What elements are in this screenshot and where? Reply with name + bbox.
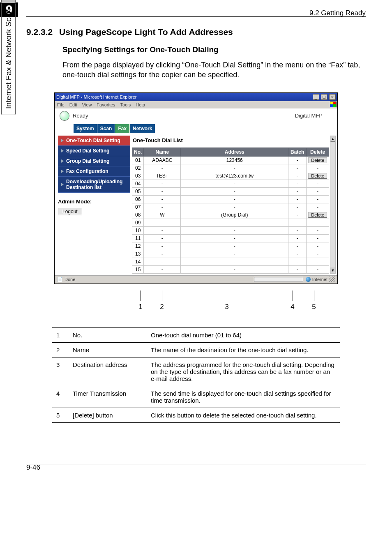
menu-view[interactable]: View xyxy=(82,102,92,107)
dial-table: No. Name Address Batch Delete 01ADAABC12… xyxy=(132,148,329,274)
menu-favorites[interactable]: Favorites xyxy=(97,102,115,107)
status-ready: Ready xyxy=(73,113,295,119)
cell: - xyxy=(181,219,288,226)
cell-delete: - xyxy=(307,250,329,258)
sidebar-item-destlist[interactable]: Downloading/Uploading Destination list xyxy=(58,177,130,193)
cell: - xyxy=(144,265,181,273)
sidebar-item-speed[interactable]: Speed Dial Setting xyxy=(58,146,130,156)
menu-help[interactable]: Help xyxy=(136,102,145,107)
cell: - xyxy=(288,242,307,250)
tab-fax[interactable]: Fax xyxy=(115,124,129,133)
maximize-button[interactable]: □ xyxy=(321,94,327,100)
cell-delete: Delete xyxy=(307,211,329,219)
tab-system[interactable]: System xyxy=(74,124,97,133)
cell: - xyxy=(144,187,181,195)
cell: - xyxy=(181,242,288,250)
anno-2: 2 xyxy=(160,303,164,311)
device-icon xyxy=(60,111,69,121)
cell: - xyxy=(144,195,181,203)
status-done: Done xyxy=(65,277,75,282)
anno-4: 4 xyxy=(291,303,294,311)
cell: - xyxy=(144,226,181,234)
mfp-tabs: System Scan Fax Network xyxy=(74,124,337,133)
delete-button[interactable]: Delete xyxy=(308,173,327,179)
table-row: 05---- xyxy=(132,187,329,195)
cell: 14 xyxy=(132,258,144,265)
triangle-icon xyxy=(61,159,64,163)
cell: - xyxy=(181,226,288,234)
col-no: No. xyxy=(132,148,144,156)
cell: - xyxy=(144,180,181,187)
sidebar-item-group[interactable]: Group Dial Setting xyxy=(58,156,130,166)
menu-edit[interactable]: Edit xyxy=(69,102,77,107)
sidebar-item-label: Fax Configuration xyxy=(66,168,108,174)
spine-2: Chapter 9 xyxy=(1,0,16,3)
cell: - xyxy=(181,195,288,203)
col-name: Name xyxy=(144,148,181,156)
scroll-up-icon[interactable]: ▲ xyxy=(330,136,335,142)
delete-button[interactable]: Delete xyxy=(308,157,327,163)
cell: - xyxy=(181,265,288,273)
table-row: 1No.One-touch dial number (01 to 64) xyxy=(52,327,340,342)
col-address: Address xyxy=(181,148,288,156)
anno-3: 3 xyxy=(225,303,228,311)
desc-text: Click this button to delete the selected… xyxy=(147,408,340,422)
spine-labels: Internet Fax & Network ScanChapter 9 xyxy=(4,0,13,115)
sidebar-item-label: Downloading/Uploading Destination list xyxy=(66,179,127,190)
cell-delete: - xyxy=(307,265,329,273)
cell: - xyxy=(288,226,307,234)
cell-delete: - xyxy=(307,164,329,172)
cell: 13 xyxy=(132,250,144,258)
cell: W xyxy=(144,211,181,219)
cell: - xyxy=(181,250,288,258)
cell: 03 xyxy=(132,172,144,180)
cell: - xyxy=(181,187,288,195)
cell: - xyxy=(144,234,181,242)
menu-file[interactable]: File xyxy=(57,102,65,107)
desc-text: The address programmed for the one-touch… xyxy=(147,357,340,386)
ie-window: Digital MFP - Microsoft Internet Explore… xyxy=(54,92,338,284)
globe-icon xyxy=(306,277,311,282)
cell-delete: - xyxy=(307,258,329,265)
section-title: Using PageScope Light To Add Addresses xyxy=(59,27,233,37)
cell: - xyxy=(288,250,307,258)
table-row: 11---- xyxy=(132,234,329,242)
section-heading: 9.2.3.2Using PageScope Light To Add Addr… xyxy=(26,27,366,37)
table-row: 01ADAABC123456-Delete xyxy=(132,156,329,164)
minimize-button[interactable]: _ xyxy=(313,94,319,100)
list-title: One-Touch Dial List xyxy=(133,137,329,143)
menu-tools[interactable]: Tools xyxy=(120,102,131,107)
tab-scan[interactable]: Scan xyxy=(97,124,115,133)
sidebar-item-faxconf[interactable]: Fax Configuration xyxy=(58,166,130,177)
product-name: Digital MFP xyxy=(295,113,323,119)
cell: test@123.com.tw xyxy=(181,172,288,180)
desc-term: Destination address xyxy=(69,357,147,386)
table-row: 3Destination addressThe address programm… xyxy=(52,357,340,386)
cell: - xyxy=(144,203,181,211)
cell-delete: - xyxy=(307,234,329,242)
delete-button[interactable]: Delete xyxy=(308,212,327,218)
cell: - xyxy=(288,219,307,226)
anno-1: 1 xyxy=(138,303,142,311)
close-button[interactable]: × xyxy=(329,94,336,100)
sidebar-item-onetouch[interactable]: One-Touch Dial Setting xyxy=(58,136,130,146)
cell: 11 xyxy=(132,234,144,242)
scroll-down-icon[interactable]: ▼ xyxy=(330,267,335,273)
body-text: From the page displayed by clicking “One… xyxy=(62,60,366,80)
table-row: 12---- xyxy=(132,242,329,250)
cell-delete: - xyxy=(307,203,329,211)
desc-text: The name of the destination for the one-… xyxy=(147,342,340,357)
tab-network[interactable]: Network xyxy=(130,124,155,133)
desc-term: No. xyxy=(69,327,147,342)
scrollbar[interactable]: ▲ ▼ xyxy=(330,136,336,274)
cell: - xyxy=(288,172,307,180)
cell: - xyxy=(288,180,307,187)
triangle-icon xyxy=(61,139,64,142)
statusbar: 📄Done Internet xyxy=(55,275,337,284)
ie-logo-icon xyxy=(330,101,337,107)
cell: 08 xyxy=(132,211,144,219)
logout-button[interactable]: Logout xyxy=(58,208,82,215)
cell: - xyxy=(181,203,288,211)
table-row: 4Timer TransmissionThe send time is disp… xyxy=(52,386,340,408)
desc-term: [Delete] button xyxy=(69,408,147,422)
